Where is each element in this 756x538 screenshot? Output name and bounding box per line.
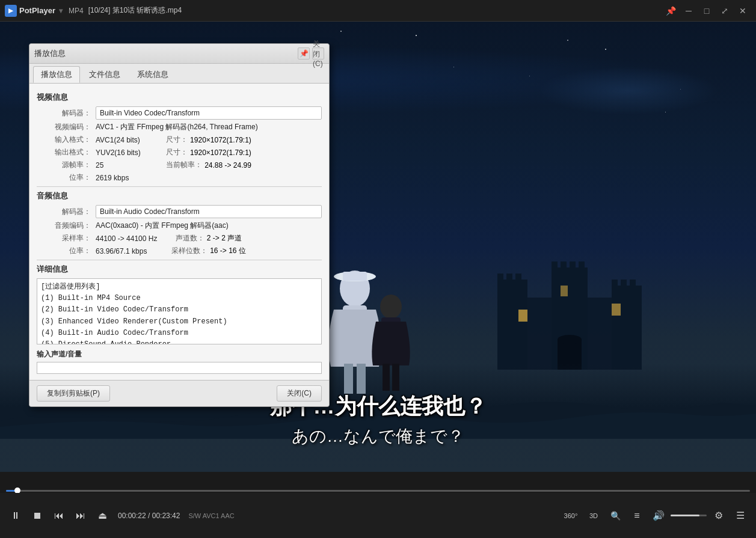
svg-rect-23 [344,364,353,394]
sw-label: S/W [188,512,201,519]
titlebar-controls: 📌 ─ □ ⤢ ✕ [662,4,751,18]
eject-button[interactable]: ⏏ [93,506,112,525]
controls-main: ⏸ ⏹ ⏮ ⏭ ⏏ 00:00:22 / 00:23:42 S/W AVC1 A… [0,493,756,538]
input-channels-title: 输入声道/音量 [37,349,322,359]
video-output-size-value: 1920×1072(1.79:1) [190,148,251,157]
detail-box[interactable]: [过滤器使用列表] (1) Built-in MP4 Source (2) Bu… [37,278,322,344]
detail-item-4: (4) Built-in Audio Codec/Transform [41,328,318,339]
app-name: PotPlayer [19,6,55,15]
audio-codec-value: AAC(0xaac0) - 内置 FFmpeg 解码器(aac) [96,221,322,231]
play-pause-button[interactable]: ⏸ [6,506,25,525]
svg-rect-5 [506,274,512,283]
video-output-format-value: YUV2(16 bits) [96,148,166,157]
video-codec-row: 视频编码： AVC1 - 内置 FFmpeg 解码器(h264, Thread … [37,122,322,132]
video-input-format-value: AVC1(24 bits) [96,136,166,144]
detail-item-3: (3) Enhanced Video Renderer(Custom Prese… [41,316,318,328]
audio-bitrate-row: 位率： 63.96/67.1 kbps 采样位数： 16 -> 16 位 [37,246,322,256]
audio-channels-label: 声道数： [176,233,204,243]
dialog-close-button[interactable]: 关闭(C) [312,47,324,60]
video-decoder-label: 解码器： [37,108,91,118]
dialog-tabs: 播放信息 文件信息 系统信息 [29,64,329,84]
audio-decoder-label: 解码器： [37,207,91,217]
zoom-button[interactable]: 🔍 [606,506,625,525]
tab-file-info[interactable]: 文件信息 [81,66,128,83]
3d-button[interactable]: 3D [584,506,603,525]
controls-bar: ⏸ ⏹ ⏮ ⏭ ⏏ 00:00:22 / 00:23:42 S/W AVC1 A… [0,493,756,538]
svg-rect-21 [343,272,367,281]
title-format: MP4 [69,7,84,15]
prev-button[interactable]: ⏮ [49,506,69,525]
svg-rect-14 [518,310,527,322]
svg-rect-1 [497,280,527,370]
tab-playback-info[interactable]: 播放信息 [33,66,80,83]
fullscreen-button[interactable]: ⤢ [716,4,733,18]
svg-point-25 [380,295,402,319]
subtitle-line-2: あの…なんで俺まで？ [0,425,756,448]
svg-rect-6 [515,274,521,283]
video-codec-label: 视频编码： [37,122,91,132]
vr360-button[interactable]: 360° [560,506,582,525]
time-current: 00:00:22 [118,512,146,520]
volume-slider[interactable] [671,515,707,516]
title-filename: [10/24] 第10话 斩断诱惑.mp4 [88,5,662,16]
detail-item-1: (1) Built-in MP4 Source [41,293,318,304]
video-output-size-label: 尺寸： [166,147,188,157]
castle-svg [473,249,666,370]
audio-codec-row: 音频编码： AAC(0xaac0) - 内置 FFmpeg 解码器(aac) [37,221,322,231]
stop-button[interactable]: ⏹ [28,506,47,525]
video-input-format-label: 输入格式： [37,135,91,145]
settings-button[interactable]: ⚙ [709,506,728,525]
input-channel-bar [37,362,322,374]
audio-channels-value: 2 -> 2 声道 [207,233,242,243]
app-logo[interactable]: ▶ PotPlayer ▾ [5,5,63,17]
detail-item-2: (2) Built-in Video Codec/Transform [41,304,318,316]
video-bitrate-label: 位率： [37,173,91,183]
progress-track[interactable] [6,490,750,492]
dropdown-arrow[interactable]: ▾ [59,7,63,15]
restore-button[interactable]: □ [698,4,715,18]
pin-button[interactable]: 📌 [662,4,679,18]
dialog-close-btn[interactable]: 关闭(C) [277,385,322,402]
next-button[interactable]: ⏭ [71,506,90,525]
svg-rect-27 [383,364,390,391]
more-button[interactable]: ☰ [731,506,750,525]
svg-point-18 [558,335,582,344]
video-current-fps-value: 24.88 -> 24.99 [204,161,251,170]
video-source-fps-value: 25 [96,161,166,170]
svg-rect-2 [612,286,642,370]
copy-clipboard-button[interactable]: 复制到剪贴板(P) [37,385,110,402]
svg-rect-15 [612,304,621,316]
audio-samplebits-label: 采样位数： [171,246,207,256]
svg-rect-16 [561,286,568,296]
time-display: 00:00:22 / 00:23:42 [118,512,180,520]
tab-system-info[interactable]: 系统信息 [129,66,176,83]
detail-title: [过滤器使用列表] [41,281,318,293]
svg-rect-12 [621,280,627,289]
video-bitrate-row: 位率： 2619 kbps [37,173,322,183]
audio-bitrate-value: 63.96/67.1 kbps [96,247,171,255]
time-total: 00:23:42 [152,512,180,520]
video-source-fps-label: 源帧率： [37,160,91,170]
audio-section-title: 音频信息 [37,191,322,201]
audio-bitrate-label: 位率： [37,246,91,256]
volume-fill [671,515,699,516]
dialog-pin-button[interactable]: 📌 [298,47,310,60]
codec-info: S/W AVC1 AAC [188,512,234,519]
close-button[interactable]: ✕ [734,4,751,18]
svg-rect-24 [357,364,366,394]
playlist-button[interactable]: ≡ [627,506,647,525]
audio-codec-label: 音频编码： [37,221,91,231]
video-decoder-row: 解码器： Built-in Video Codec/Transform [37,106,322,120]
svg-rect-13 [630,280,636,289]
volume-button[interactable]: 🔊 [649,506,668,525]
detail-section: 详细信息 [过滤器使用列表] (1) Built-in MP4 Source (… [37,264,322,344]
dialog-titlebar: 播放信息 📌 关闭(C) [29,44,329,64]
video-input-size-label: 尺寸： [166,135,188,145]
progress-bar-area[interactable] [0,488,756,493]
dialog-title-buttons: 📌 关闭(C) [298,47,324,60]
app-icon: ▶ [5,5,17,17]
svg-rect-8 [561,261,567,271]
minimize-button[interactable]: ─ [680,4,697,18]
audio-samplerate-value: 44100 -> 44100 Hz [96,234,176,243]
right-controls: 360° 3D 🔍 ≡ 🔊 ⚙ ☰ [560,506,750,525]
